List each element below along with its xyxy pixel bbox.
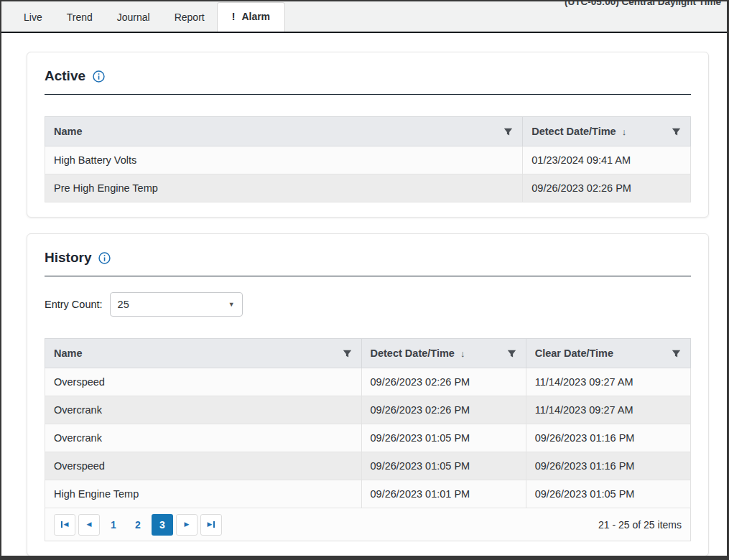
- table-row[interactable]: Overcrank 09/26/2023 01:05 PM 09/26/2023…: [45, 424, 691, 452]
- history-alarms-section: History Entry Count: 25 ▼: [27, 233, 709, 556]
- tab-alarm[interactable]: ! Alarm: [217, 2, 285, 32]
- cell-detect: 01/23/2024 09:41 AM: [523, 146, 691, 174]
- info-icon[interactable]: [93, 70, 105, 83]
- page-button-3-active[interactable]: 3: [152, 514, 173, 536]
- history-section-title: History: [45, 250, 91, 266]
- cell-name: Overcrank: [45, 424, 362, 452]
- last-page-button[interactable]: ▶: [200, 514, 222, 536]
- cell-clear: 11/14/2023 09:27 AM: [526, 396, 690, 424]
- filter-icon[interactable]: [671, 126, 682, 137]
- page-button-2[interactable]: 2: [127, 514, 149, 536]
- column-label: Detect Date/Time: [371, 347, 455, 359]
- section-divider: [45, 94, 691, 95]
- table-row[interactable]: Overspeed 09/26/2023 02:26 PM 11/14/2023…: [45, 368, 691, 396]
- cell-detect: 09/26/2023 01:01 PM: [361, 480, 526, 508]
- table-row[interactable]: Overspeed 09/26/2023 01:05 PM 09/26/2023…: [45, 452, 691, 480]
- cell-detect: 09/26/2023 01:05 PM: [361, 452, 526, 480]
- tab-journal[interactable]: Journal: [105, 4, 162, 32]
- active-alarms-table: Name Detect Date/Time ↓: [45, 116, 691, 202]
- previous-page-button[interactable]: ◀: [78, 514, 100, 536]
- filter-icon[interactable]: [506, 348, 517, 359]
- tab-alarm-label: Alarm: [241, 11, 270, 22]
- sort-desc-icon: ↓: [622, 126, 627, 137]
- timezone-text: (UTC-05:00) Central Daylight Time: [565, 0, 721, 7]
- tab-trend[interactable]: Trend: [55, 4, 105, 32]
- next-page-button[interactable]: ▶: [176, 514, 198, 536]
- first-page-button[interactable]: ◀: [54, 514, 75, 536]
- column-header-detect[interactable]: Detect Date/Time ↓: [361, 339, 526, 368]
- cell-name: Overspeed: [45, 452, 362, 480]
- cell-detect: 09/26/2023 02:26 PM: [523, 174, 691, 202]
- sort-desc-icon: ↓: [460, 348, 465, 359]
- cell-name: Overspeed: [45, 368, 362, 396]
- table-header-row: Name Detect Date/Time ↓: [45, 117, 691, 146]
- table-row[interactable]: Pre High Engine Temp 09/26/2023 02:26 PM: [45, 174, 691, 202]
- active-alarms-section: Active Name: [27, 52, 709, 218]
- cell-name: High Engine Temp: [45, 480, 362, 508]
- info-icon[interactable]: [98, 252, 111, 264]
- app-window: (UTC-05:00) Central Daylight Time Live T…: [0, 0, 729, 560]
- cell-detect: 09/26/2023 02:26 PM: [361, 396, 526, 424]
- filter-icon[interactable]: [342, 348, 353, 359]
- filter-icon[interactable]: [503, 126, 514, 137]
- cell-detect: 09/26/2023 01:05 PM: [361, 424, 526, 452]
- section-divider: [45, 276, 691, 276]
- tab-trend-label: Trend: [67, 11, 93, 23]
- active-section-title: Active: [45, 68, 85, 84]
- entry-count-value: 25: [118, 299, 129, 310]
- column-label: Detect Date/Time: [531, 126, 616, 137]
- entry-count-label: Entry Count:: [45, 299, 103, 310]
- column-label: Clear Date/Time: [535, 347, 613, 359]
- tab-live-label: Live: [24, 11, 42, 23]
- previous-page-icon: ◀: [87, 521, 92, 528]
- tab-bar: (UTC-05:00) Central Daylight Time Live T…: [1, 1, 727, 33]
- cell-name: Overcrank: [45, 396, 362, 424]
- tab-journal-label: Journal: [117, 11, 150, 23]
- first-page-icon: ◀: [61, 521, 69, 528]
- pagination-bar: ◀ ◀ 1 2 3 ▶ ▶ 21 - 25 of 25 items: [45, 508, 691, 541]
- cell-clear: 09/26/2023 01:05 PM: [526, 480, 690, 508]
- tab-report-label: Report: [175, 11, 205, 23]
- column-header-clear[interactable]: Clear Date/Time: [526, 339, 690, 368]
- last-page-icon: ▶: [208, 521, 215, 528]
- column-header-detect[interactable]: Detect Date/Time ↓: [523, 117, 691, 146]
- table-row[interactable]: High Battery Volts 01/23/2024 09:41 AM: [45, 146, 691, 174]
- cell-detect: 09/26/2023 02:26 PM: [361, 368, 526, 396]
- cell-clear: 09/26/2023 01:16 PM: [526, 452, 690, 480]
- table-header-row: Name Detect Date/Time ↓: [45, 339, 691, 368]
- column-label: Name: [54, 126, 83, 137]
- column-label: Name: [54, 347, 83, 359]
- column-header-name[interactable]: Name: [45, 117, 523, 146]
- alarm-badge-icon: !: [232, 11, 236, 22]
- tab-report[interactable]: Report: [162, 4, 217, 32]
- cell-name: Pre High Engine Temp: [45, 174, 523, 202]
- cell-clear: 11/14/2023 09:27 AM: [526, 368, 690, 396]
- pagination-summary: 21 - 25 of 25 items: [598, 519, 682, 531]
- cell-clear: 09/26/2023 01:16 PM: [526, 424, 690, 452]
- column-header-name[interactable]: Name: [45, 339, 362, 368]
- cell-name: High Battery Volts: [45, 146, 523, 174]
- entry-count-select[interactable]: 25 ▼: [110, 292, 243, 317]
- page-button-1[interactable]: 1: [103, 514, 124, 536]
- history-alarms-table: Name Detect Date/Time ↓: [45, 338, 691, 508]
- table-row[interactable]: Overcrank 09/26/2023 02:26 PM 11/14/2023…: [45, 396, 691, 424]
- tab-live[interactable]: Live: [11, 4, 55, 32]
- next-page-icon: ▶: [185, 521, 190, 528]
- table-row[interactable]: High Engine Temp 09/26/2023 01:01 PM 09/…: [45, 480, 691, 508]
- chevron-down-icon: ▼: [228, 301, 235, 308]
- filter-icon[interactable]: [671, 348, 682, 359]
